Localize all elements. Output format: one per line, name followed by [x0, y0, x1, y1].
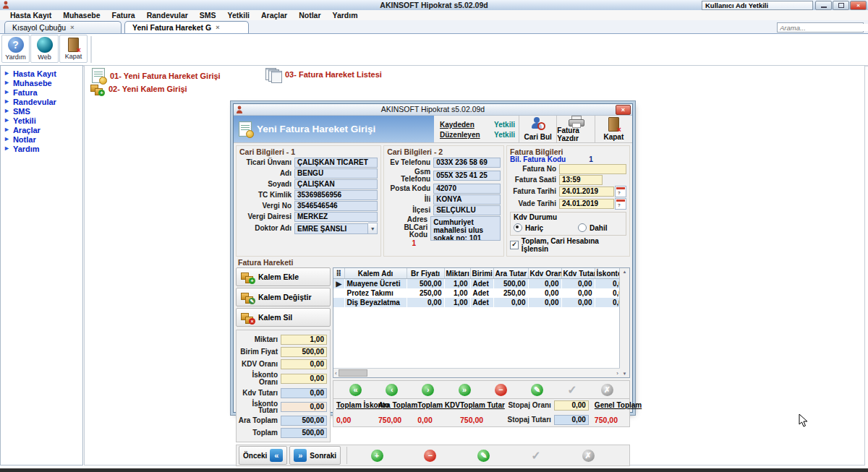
cari-bul-button[interactable]: Cari Bul — [519, 116, 556, 142]
sonraki-button[interactable]: » Sonraki — [289, 446, 341, 465]
toolbar-web-button[interactable]: Web — [30, 35, 59, 63]
adi-field[interactable]: BENGÜ — [294, 168, 378, 179]
horizontal-scrollbar[interactable]: ‹› — [333, 368, 619, 377]
stopaj-orani-field[interactable]: 0,00 — [554, 400, 589, 411]
shortcut-yeni-kalem-girisi[interactable]: + 02- Yeni Kalem Girişi — [90, 83, 187, 95]
sidebar-item-notlar[interactable]: ►Notlar — [1, 134, 82, 144]
door-close-icon — [608, 117, 619, 132]
section-title: Cari Bilgileri - 2 — [384, 146, 503, 157]
tab-kisayol-cubugu[interactable]: Kısayol Çubuğu × — [4, 21, 122, 33]
last-record-icon[interactable]: » — [459, 384, 471, 396]
miktari-field[interactable]: 1,00 — [281, 335, 327, 345]
menu-araclar[interactable]: Araçlar — [255, 11, 293, 20]
iskonto-orani-field[interactable]: 0,00 — [281, 374, 327, 384]
chevron-down-icon[interactable]: ▼ — [368, 223, 378, 234]
sidebar-item-fatura[interactable]: ►Fatura — [1, 87, 82, 97]
sidebar-item-yetkili[interactable]: ►Yetkili — [1, 116, 82, 125]
menu-notlar[interactable]: Notlar — [293, 11, 326, 20]
sidebar-item-muhasebe[interactable]: ►Muhasebe — [1, 78, 82, 87]
kalem-degistir-button[interactable]: ✎ Kalem Değiştir — [236, 288, 331, 306]
toolbar-kapat-button[interactable]: Kapat — [59, 35, 88, 63]
vertical-scrollbar[interactable]: ▲▼ — [619, 268, 629, 377]
table-row[interactable]: Protez Takımı 250,00 1,00 Adet 250,00 0,… — [333, 288, 619, 298]
kdv-orani-field[interactable]: 0,00 — [281, 359, 327, 369]
shortcut-fatura-hareket-listesi[interactable]: 03- Fatura Hareket Listesi — [265, 68, 382, 81]
toplam-field[interactable]: 500,00 — [281, 428, 327, 438]
search-input[interactable] — [778, 24, 868, 31]
toolbar-yardim-button[interactable]: ? Yardım — [1, 35, 30, 63]
menu-randevular[interactable]: Randevular — [141, 11, 194, 20]
menu-fatura[interactable]: Fatura — [106, 11, 141, 20]
birim-fiyat-field[interactable]: 500,00 — [281, 347, 327, 357]
close-button[interactable]: × — [850, 1, 867, 10]
sidebar-item-sms[interactable]: ►SMS — [1, 106, 82, 116]
dialog-titlebar: AKINSOFT Hipokrat s5.02.09d × — [234, 104, 632, 116]
ili-field[interactable]: KONYA — [433, 194, 501, 205]
edit-record-icon[interactable]: ✎ — [477, 450, 490, 462]
calendar-icon[interactable]: ? — [615, 198, 626, 210]
search-box[interactable]: ▢ — [777, 22, 864, 33]
menu-yetkili[interactable]: Yetkili — [222, 11, 255, 20]
scrollbar-thumb[interactable] — [339, 369, 367, 377]
adres-field[interactable]: Cumhuriyet mahallesi ulus sokak no: 101 — [430, 216, 501, 241]
calendar-icon[interactable]: ? — [615, 186, 626, 197]
sidebar-item-yardim[interactable]: ►Yardım — [1, 144, 82, 153]
ilcesi-field[interactable]: SELÇUKLU — [433, 205, 501, 215]
next-page-icon: » — [294, 449, 307, 462]
tab-close-icon[interactable]: × — [70, 24, 74, 31]
restore-button[interactable] — [833, 1, 849, 10]
prev-record-icon[interactable]: ‹ — [386, 384, 398, 396]
table-row[interactable]: ▶ Muayene Ücreti 500,00 1,00 Adet 500,00… — [333, 279, 619, 289]
ticari-unvani-field[interactable]: ÇALIŞKAN TİCARET — [294, 158, 378, 168]
sidebar-item-randevular[interactable]: ►Randevular — [1, 97, 82, 106]
menu-muhasebe[interactable]: Muhasebe — [57, 11, 106, 20]
stopaj-tutari-field[interactable]: 0,00 — [554, 415, 589, 425]
cancel-icon[interactable]: ✗ — [601, 384, 613, 396]
add-record-icon[interactable]: + — [371, 450, 383, 462]
next-record-icon[interactable]: › — [422, 384, 434, 396]
fatura-saati-field[interactable]: 13:59 — [559, 175, 603, 185]
confirm-icon[interactable]: ✓ — [531, 449, 540, 463]
dahil-radio[interactable] — [578, 223, 587, 232]
tab-yeni-fatura-hareket[interactable]: Yeni Fatura Hareket G × — [124, 21, 249, 33]
confirm-icon[interactable]: ✓ — [567, 383, 576, 397]
vergi-dairesi-field[interactable]: MERKEZ — [294, 212, 378, 222]
posta-kodu-field[interactable]: 42070 — [433, 184, 501, 194]
vade-tarihi-field[interactable]: 24.01.2019 — [559, 199, 614, 209]
remove-record-icon[interactable]: − — [424, 450, 436, 462]
hareket-fields-panel: Miktarı1,00 Birim Fiyat500,00 KDV Oranı0… — [236, 330, 331, 442]
ev-telefonu-field[interactable]: 033X 236 58 69 — [433, 158, 501, 168]
soyadi-field[interactable]: ÇALIŞKAN — [294, 179, 378, 189]
menu-yardim[interactable]: Yardım — [327, 11, 364, 20]
first-record-icon[interactable]: « — [349, 384, 362, 396]
shortcut-yeni-fatura-hareket-girisi[interactable]: 01- Yeni Fatura Hareket Girişi — [92, 68, 221, 83]
delete-record-icon[interactable]: − — [495, 384, 507, 396]
dialog-kapat-button[interactable]: Kapat — [595, 116, 632, 142]
vergi-no-field[interactable]: 3546546546 — [294, 201, 378, 211]
sidebar-item-araclar[interactable]: ►Araçlar — [1, 125, 82, 134]
haric-radio[interactable] — [514, 223, 522, 232]
blcari-kodu-value: 1 — [412, 239, 431, 247]
table-row[interactable]: Diş Beyazlatma 0,00 1,00 Adet 0,00 0,00 … — [333, 298, 619, 307]
onceki-button[interactable]: Önceki « — [239, 446, 287, 465]
kalem-sil-button[interactable]: × Kalem Sil — [236, 308, 331, 327]
kalem-ekle-button[interactable]: + Kalem Ekle — [236, 267, 331, 286]
fatura-yazdir-button[interactable]: Fatura Yazdır — [556, 116, 594, 142]
gsm-telefonu-field[interactable]: 055X 325 41 25 — [433, 171, 501, 181]
toplam-cari-checkbox[interactable]: ✓ — [510, 241, 519, 249]
cancel-icon[interactable]: ✗ — [582, 450, 595, 462]
tc-kimlik-field[interactable]: 35369856956 — [294, 190, 378, 200]
dialog-close-button[interactable]: × — [616, 105, 631, 115]
menu-hasta-kayit[interactable]: Hasta Kayıt — [4, 11, 57, 20]
sidebar-item-hasta-kayit[interactable]: ►Hasta Kayıt — [1, 69, 82, 78]
menu-sms[interactable]: SMS — [194, 11, 222, 20]
tab-close-icon[interactable]: × — [216, 24, 219, 31]
doktor-adi-combobox[interactable]: EMRE ŞANSLI — [294, 223, 368, 234]
iskonto-tutari-field[interactable]: 0,00 — [281, 402, 327, 412]
fatura-tarihi-field[interactable]: 24.01.2019 — [559, 186, 614, 197]
edit-record-icon[interactable]: ✎ — [531, 384, 543, 396]
kdv-tutari-field[interactable]: 0,00 — [281, 388, 327, 398]
ara-toplam-field[interactable]: 500,00 — [281, 416, 327, 426]
fatura-no-field[interactable] — [559, 164, 626, 174]
minimize-button[interactable] — [815, 1, 832, 10]
